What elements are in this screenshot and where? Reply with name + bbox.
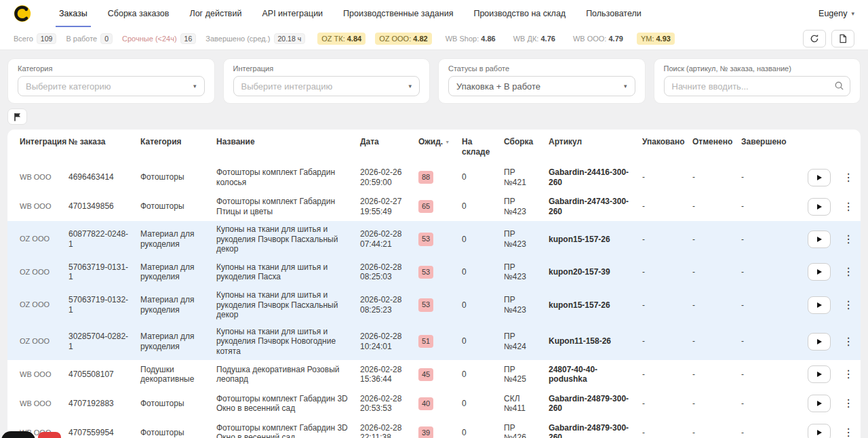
row-menu-button[interactable]: ⋮ [841,234,856,245]
cell-wait: 65 [413,192,456,221]
table-row[interactable]: OZ ООО 57063719-0132-1 Материал для руко… [7,287,861,323]
cell-wait: 51 [413,323,456,360]
stats-ratings: OZ ТК: 4.84OZ ООО: 4.82WB Shop: 4.86WB Д… [317,33,675,45]
play-icon [816,268,823,275]
col-header-assembly[interactable]: Сборка [498,130,543,163]
marketplace-rating: OZ ООО: 4.82 [375,33,432,45]
cell-assembly: ПР №424 [498,323,543,360]
row-menu-button[interactable]: ⋮ [841,336,856,347]
start-order-button[interactable] [808,296,831,314]
marketplace-rating: YM: 4.93 [637,33,675,45]
status-select[interactable]: Упаковка + В работе ▾ [448,76,635,96]
cell-wait: 40 [413,389,456,418]
col-header-stock[interactable]: На складе [456,130,498,163]
row-menu-button[interactable]: ⋮ [841,369,856,380]
cell-cancelled: - [687,163,736,192]
cell-product-name: Фотошторы комплект Габардин Птицы и цвет… [211,192,355,221]
wait-badge: 53 [418,298,433,311]
start-order-button[interactable] [808,333,831,351]
wait-badge: 53 [418,266,433,279]
filters-row: Категория Выберите категорию ▾ Интеграци… [7,58,861,104]
cell-article: kupon15-157-26 [543,221,637,258]
cell-actions: ⋮ [802,418,861,438]
user-menu[interactable]: Eugeny ▾ [818,9,854,18]
chat-notification-badge [38,432,61,438]
rating-value: 4.84 [347,35,361,43]
brand-logo[interactable] [14,5,31,22]
orders-table-body: WB ООО 4696463414 Фотошторы Фотошторы ко… [7,163,861,438]
cell-completed: - [736,418,802,438]
col-header-date[interactable]: Дата [355,130,413,163]
saved-filters-button[interactable] [7,108,27,125]
nav-tab[interactable]: Пользователи [576,0,652,27]
col-header-order[interactable]: № заказа [63,130,135,163]
play-icon [816,338,823,345]
start-order-button[interactable] [808,395,831,412]
table-row[interactable]: WB ООО 4696463414 Фотошторы Фотошторы ко… [7,163,861,192]
nav-tab[interactable]: Сборка заказов [98,0,180,27]
row-menu-button[interactable]: ⋮ [841,172,856,183]
row-menu-button[interactable]: ⋮ [841,427,856,438]
stat-counter: Срочные (<24ч)16 [122,33,196,44]
start-order-button[interactable] [808,263,831,281]
filter-category-label: Категория [18,64,205,73]
search-input[interactable] [664,76,851,96]
category-select[interactable]: Выберите категорию ▾ [18,76,205,96]
table-row[interactable]: WB ООО 4701349856 Фотошторы Фотошторы ко… [7,192,861,221]
col-header-category[interactable]: Категория [135,130,211,163]
cell-assembly: СКЛ №411 [498,389,543,418]
table-row[interactable]: OZ ООО 60877822-0248-1 Материал для руко… [7,221,861,258]
start-order-button[interactable] [808,231,831,248]
cell-actions: ⋮ [802,163,861,192]
cell-cancelled: - [687,192,736,221]
table-row[interactable]: WB ООО 4707559954 Фотошторы Фотошторы ко… [7,418,861,438]
start-order-button[interactable] [808,365,831,383]
wait-badge: 88 [418,171,433,184]
cell-integration: OZ ООО [7,287,63,323]
cell-packed: - [637,389,687,418]
start-order-button[interactable] [808,198,831,216]
play-icon [816,174,823,181]
table-row[interactable]: WB ООО 4705508107 Подушки декоративные П… [7,360,861,389]
cell-assembly: ПР №421 [498,163,543,192]
cell-stock: 0 [456,287,498,323]
integration-select[interactable]: Выберите интеграцию ▾ [233,76,420,96]
cell-completed: - [736,287,802,323]
row-menu-button[interactable]: ⋮ [841,300,856,311]
table-row[interactable]: OZ ООО 30285704-0282-1 Материал для руко… [7,323,861,360]
chat-widget-button-partial[interactable] [1,431,35,438]
marketplace-rating: WB ООО: 4.79 [569,33,627,45]
col-header-integration[interactable]: Интеграция [7,130,63,163]
marketplace-rating: OZ ТК: 4.84 [317,33,366,45]
table-row[interactable]: WB ООО 4707192883 Фотошторы Фотошторы ко… [7,389,861,418]
table-row[interactable]: OZ ООО 57063719-0131-1 Материал для руко… [7,258,861,287]
col-header-article[interactable]: Артикул [543,130,637,163]
nav-tab[interactable]: Заказы [49,0,98,27]
cell-completed: - [736,389,802,418]
row-menu-button[interactable]: ⋮ [841,266,856,277]
nav-tab[interactable]: Производственные задания [333,0,463,27]
nav-tab[interactable]: Производство на склад [463,0,576,27]
col-header-cancelled[interactable]: Отменено [687,130,736,163]
stat-counter: Всего109 [14,33,56,44]
filter-search-label: Поиск (артикул, № заказа, название) [664,64,851,73]
cell-order-number: 4707559954 [63,418,135,438]
col-header-wait[interactable]: Ожид. ▼ [413,130,456,163]
cell-stock: 0 [456,323,498,360]
nav-tab[interactable]: API интеграции [252,0,333,27]
export-report-button[interactable] [831,30,854,47]
col-header-name[interactable]: Название [211,130,355,163]
stats-actions [803,30,854,47]
row-menu-button[interactable]: ⋮ [841,201,856,212]
col-header-packed[interactable]: Упаковано [637,130,687,163]
col-header-completed[interactable]: Завершено [736,130,802,163]
refresh-button[interactable] [803,30,826,47]
nav-tab[interactable]: Лог действий [179,0,252,27]
start-order-button[interactable] [808,169,831,186]
row-menu-button[interactable]: ⋮ [841,398,856,409]
stat-label: Срочные (<24ч) [122,35,177,43]
main-content: Категория Выберите категорию ▾ Интеграци… [0,50,868,438]
start-order-button[interactable] [808,424,831,438]
cell-wait: 53 [413,258,456,287]
cell-stock: 0 [456,163,498,192]
